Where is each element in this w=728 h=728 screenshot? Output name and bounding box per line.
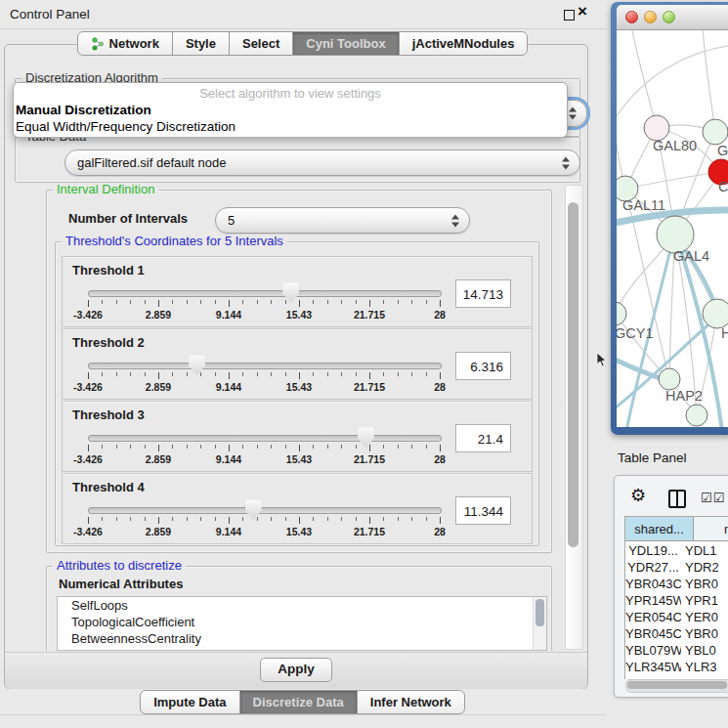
network-window-titlebar[interactable] <box>617 5 728 30</box>
attribute-list-item[interactable]: TopologicalCoefficient <box>58 614 546 630</box>
table-row[interactable]: YBR045CYBR0 <box>625 625 728 642</box>
slider-tick <box>426 445 427 449</box>
float-panel-icon[interactable] <box>564 10 575 21</box>
cell-shared-name[interactable]: YPR145W <box>625 592 681 609</box>
cell-name[interactable]: YBR0 <box>681 576 728 592</box>
attribute-items: SelfLoopsTopologicalCoefficientBetweenne… <box>58 597 546 647</box>
minimize-window-icon[interactable] <box>644 11 657 23</box>
slider-tick <box>369 372 370 379</box>
table-row[interactable]: YPR145WYPR1 <box>625 592 728 609</box>
table-row[interactable]: YLR345WYLR3 <box>625 659 728 675</box>
table-row[interactable]: YBL079WYBL0 <box>625 642 728 659</box>
tab-discretize-data[interactable]: Discretize Data <box>239 690 358 714</box>
settings-vertical-scrollbar[interactable] <box>565 185 583 650</box>
slider-tick-label: 9.144 <box>216 381 241 393</box>
table-data-combobox[interactable]: galFiltered.sif default node <box>64 150 580 176</box>
column-layout-icon[interactable] <box>668 490 686 508</box>
table-row[interactable]: YBR043CYBR0 <box>625 576 728 592</box>
slider-tick <box>200 372 201 376</box>
apply-button[interactable]: Apply <box>260 658 332 682</box>
thresholds-group-title: Threshold's Coordinates for 5 Intervals <box>62 235 287 248</box>
slider-tick <box>215 445 216 449</box>
slider-tick <box>327 445 328 449</box>
slider-tick <box>102 445 103 449</box>
tab-jactivemnodules[interactable]: jActiveMNodules <box>399 31 529 56</box>
close-window-icon[interactable] <box>625 11 638 23</box>
settings-scrollbar-thumb[interactable] <box>568 202 578 547</box>
threshold-2-slider-track[interactable] <box>88 363 442 369</box>
table-scrollbar-thumb[interactable] <box>627 681 727 689</box>
threshold-4-block: Threshold 4 -3.4262.8599.14415.4321.7152… <box>62 473 533 544</box>
tab-style[interactable]: Style <box>172 31 230 56</box>
cell-shared-name[interactable]: YBR043C <box>625 576 681 592</box>
tab-impute-data[interactable]: Impute Data <box>140 690 239 714</box>
slider-tick-label: 28 <box>434 526 446 537</box>
slider-tick <box>285 372 286 376</box>
cell-shared-name[interactable]: YDR27... <box>625 559 681 576</box>
cell-name[interactable]: YLR3 <box>681 659 728 675</box>
cyni-toolbox-panel: Discretization Algorithm Select algorith… <box>4 44 588 689</box>
threshold-3-slider-track[interactable] <box>88 435 442 442</box>
threshold-3-value-field[interactable]: 21.4 <box>455 424 511 452</box>
cell-name[interactable]: YDR2 <box>681 559 728 576</box>
slider-tick-label: -3.426 <box>73 381 103 393</box>
checkbox-columns-icon[interactable]: ☑☑ <box>701 491 725 505</box>
threshold-4-value-field[interactable]: 11.344 <box>455 496 511 525</box>
network-node-label: GAL4 <box>673 248 709 264</box>
table-horizontal-scrollbar[interactable] <box>625 679 728 693</box>
cell-shared-name[interactable]: YLR345W <box>625 659 681 675</box>
threshold-1-value-field[interactable]: 14.713 <box>455 279 511 308</box>
cell-name[interactable]: YDL1 <box>681 542 728 559</box>
attribute-list-item[interactable]: BetweennessCentrality <box>58 630 546 647</box>
number-of-intervals-combobox[interactable]: 5 <box>215 207 470 234</box>
network-node[interactable] <box>659 368 680 390</box>
threshold-4-slider-track[interactable] <box>88 507 442 514</box>
zoom-window-icon[interactable] <box>663 11 675 23</box>
cell-name[interactable]: YBR0 <box>681 625 728 642</box>
attributes-scrollbar-thumb[interactable] <box>535 599 544 626</box>
threshold-1-slider-track[interactable] <box>88 290 442 297</box>
cell-shared-name[interactable]: YBR045C <box>625 625 681 642</box>
algorithm-popup-prompt: Select algorithm to view settings <box>14 83 567 102</box>
algorithm-option-manual[interactable]: Manual Discretization <box>14 102 567 118</box>
tab-select[interactable]: Select <box>229 31 293 56</box>
network-node-label: HAP2 <box>665 388 703 404</box>
network-node[interactable] <box>703 299 728 328</box>
network-node[interactable] <box>703 119 728 145</box>
slider-tick <box>187 445 188 449</box>
threshold-3-label: Threshold 3 <box>72 407 145 422</box>
tab-infer-network[interactable]: Infer Network <box>357 690 465 714</box>
network-node[interactable] <box>686 405 707 426</box>
table-row[interactable]: YDR27...YDR2 <box>625 559 728 576</box>
slider-tick <box>411 372 412 376</box>
slider-tick <box>341 445 342 449</box>
attributes-group-title: Attributes to discretize <box>53 559 186 573</box>
cell-name[interactable]: YER0 <box>681 609 728 625</box>
cell-shared-name[interactable]: YDL19... <box>625 542 681 559</box>
tab-network[interactable]: Network <box>77 31 173 56</box>
tab-cyni-toolbox[interactable]: Cyni Toolbox <box>292 31 399 56</box>
screen: Control Panel × Network Style Select Cyn… <box>0 0 728 728</box>
slider-tick <box>271 372 272 376</box>
network-node[interactable] <box>617 302 626 325</box>
slider-tick <box>172 517 173 521</box>
cell-shared-name[interactable]: YER054C <box>625 609 681 625</box>
column-header-shared-name[interactable]: shared... <box>625 517 694 541</box>
gear-icon[interactable]: ⚙ <box>630 485 646 505</box>
algorithm-option-equal-width[interactable]: Equal Width/Frequency Discretization <box>14 118 567 135</box>
cell-shared-name[interactable]: YBL079W <box>625 642 681 659</box>
slider-tick <box>242 300 243 304</box>
close-panel-icon[interactable]: × <box>578 2 587 21</box>
column-header-name[interactable]: n <box>694 517 728 541</box>
network-canvas[interactable]: GAL80GALCGAL11GAL4GCY1HHAP2 <box>617 30 728 427</box>
attributes-list-scrollbar[interactable] <box>533 597 546 650</box>
threshold-2-value-field[interactable]: 6.316 <box>455 352 511 380</box>
cell-name[interactable]: YBL0 <box>681 642 728 659</box>
table-row[interactable]: YER054CYER0 <box>625 609 728 625</box>
slider-tick <box>285 300 286 304</box>
table-row[interactable]: YDL19...YDL1 <box>625 542 728 559</box>
attribute-list-item[interactable]: SelfLoops <box>58 597 546 614</box>
slider-tick <box>299 300 300 307</box>
cell-name[interactable]: YPR1 <box>681 592 728 609</box>
slider-tick-label: 21.715 <box>354 526 385 537</box>
